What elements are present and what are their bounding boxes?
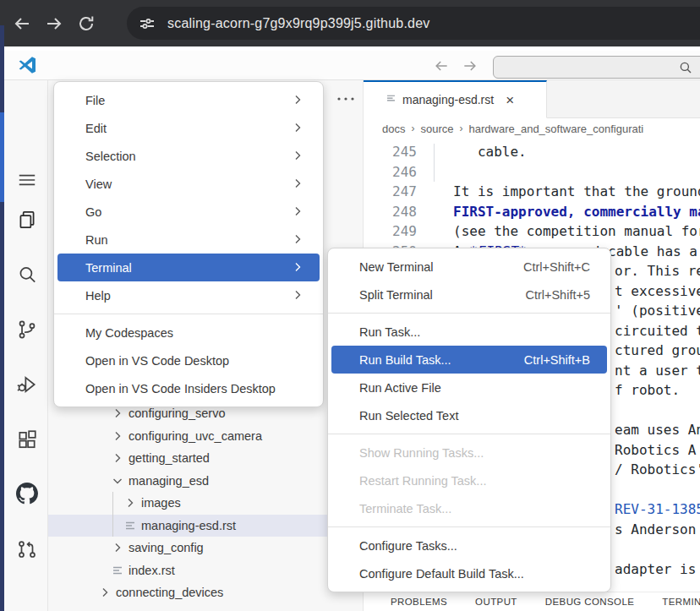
- tree-item-images[interactable]: images: [48, 492, 364, 515]
- menu-separator: [54, 314, 323, 314]
- file-icon: [386, 93, 396, 106]
- extensions-icon[interactable]: [16, 428, 38, 450]
- tree-item-managing-esd-rst[interactable]: managing-esd.rst: [48, 515, 364, 537]
- code-text: (see the competition manual for: [453, 221, 700, 242]
- line-number: 245: [364, 142, 417, 162]
- run-debug-icon[interactable]: [16, 374, 38, 396]
- back-icon[interactable]: [12, 14, 32, 34]
- menu-item-label: Selection: [85, 150, 136, 163]
- submenu-item-run-selected-text[interactable]: Run Selected Text: [331, 401, 607, 429]
- more-actions-ellipsis[interactable]: [336, 90, 356, 107]
- menu-item-file[interactable]: File: [57, 86, 320, 114]
- history-back-icon[interactable]: [433, 57, 450, 74]
- menu-item-open-in-vs-code-desktop[interactable]: Open in VS Code Desktop: [57, 346, 320, 374]
- panel-tab-bar: PROBLEMSOUTPUTDEBUG CONSOLETERMINAL: [364, 592, 700, 611]
- tree-item-label: saving_config: [129, 541, 204, 554]
- browser-toolbar: scaling-acorn-g7g9x9rq9p399j5.github.dev: [0, 0, 700, 46]
- tab-managing-esd[interactable]: managing-esd.rst ×: [364, 80, 547, 118]
- chevron-right-icon: [111, 429, 124, 443]
- code-line: 249(see the competition manual for: [364, 221, 700, 242]
- menu-item-view[interactable]: View: [57, 170, 320, 198]
- submenu-item-run-build-task[interactable]: Run Build Task...Ctrl+Shift+B: [331, 346, 607, 374]
- address-bar[interactable]: scaling-acorn-g7g9x9rq9p399j5.github.dev: [127, 7, 700, 40]
- tree-item-connecting-devices[interactable]: connecting_devices: [48, 581, 364, 604]
- panel-tab-debug-console[interactable]: DEBUG CONSOLE: [545, 597, 635, 607]
- explorer-icon[interactable]: [16, 209, 38, 231]
- submenu-item-configure-tasks[interactable]: Configure Tasks...: [331, 532, 607, 559]
- github-icon[interactable]: [16, 483, 38, 505]
- code-text: FIRST-approved, commercially ma: [453, 202, 700, 222]
- tree-item-managing-esd[interactable]: managing_esd: [48, 470, 364, 493]
- tree-item-saving-config[interactable]: saving_config: [48, 537, 364, 559]
- menu-item-label: Run Selected Text: [359, 409, 458, 423]
- menu-item-label: Help: [85, 289, 111, 303]
- menu-item-shortcut: Ctrl+Shift+5: [525, 288, 590, 302]
- panel-tab-terminal[interactable]: TERMINAL: [662, 597, 700, 607]
- tree-item-label: managing_esd: [129, 474, 209, 488]
- panel-tab-output[interactable]: OUTPUT: [475, 597, 517, 607]
- tree-item-label: managing-esd.rst: [141, 519, 236, 532]
- menu-item-label: Go: [85, 205, 101, 219]
- tune-icon[interactable]: [137, 14, 157, 34]
- file-tree: configuring_servoconfiguring_uvc_camerag…: [48, 402, 364, 604]
- command-search-input[interactable]: [493, 56, 700, 79]
- chevron-right-icon: [291, 205, 304, 218]
- close-icon[interactable]: ×: [506, 93, 514, 107]
- tree-item-label: images: [141, 496, 181, 510]
- vscode-logo: [17, 55, 37, 75]
- panel-tab-problems[interactable]: PROBLEMS: [391, 597, 447, 607]
- tree-item-index-rst[interactable]: index.rst: [48, 559, 364, 582]
- menu-item-my-codespaces[interactable]: My Codespaces: [57, 319, 320, 346]
- tree-item-getting-started[interactable]: getting_started: [48, 447, 364, 470]
- search-icon[interactable]: [16, 264, 38, 286]
- reload-icon[interactable]: [76, 14, 96, 34]
- menu-icon[interactable]: [16, 169, 38, 191]
- menu-item-label: Restart Running Task...: [359, 474, 486, 488]
- menu-item-label: Split Terminal: [359, 288, 433, 302]
- menu-separator: [328, 313, 610, 314]
- chevron-right-icon: [291, 121, 304, 134]
- line-number: 247: [364, 182, 417, 202]
- pull-request-icon[interactable]: [16, 538, 38, 560]
- menu-item-open-in-vs-code-insiders-desktop[interactable]: Open in VS Code Insiders Desktop: [57, 374, 320, 402]
- chevron-down-icon: [111, 474, 124, 488]
- menu-item-edit[interactable]: Edit: [57, 114, 320, 142]
- menu-item-label: Terminal: [85, 261, 132, 275]
- code-fragment: adapter is: [615, 559, 696, 580]
- breadcrumb-segment[interactable]: docs: [382, 123, 405, 135]
- menu-item-label: Configure Default Build Task...: [359, 567, 524, 581]
- chevron-right-icon: [123, 496, 137, 510]
- submenu-item-run-active-file[interactable]: Run Active File: [331, 374, 607, 401]
- tree-indent-guide: [112, 492, 113, 537]
- submenu-item-configure-default-build-task[interactable]: Configure Default Build Task...: [331, 559, 607, 587]
- source-control-icon[interactable]: [16, 319, 38, 341]
- code-fragment: t excessive: [615, 281, 700, 302]
- history-forward-icon[interactable]: [462, 57, 479, 74]
- submenu-item-new-terminal[interactable]: New TerminalCtrl+Shift+C: [331, 253, 607, 281]
- breadcrumb-segment[interactable]: hardware_and_software_configurati: [469, 123, 644, 135]
- menu-item-label: Open in VS Code Desktop: [85, 354, 229, 368]
- terminal-submenu: New TerminalCtrl+Shift+CSplit TerminalCt…: [327, 248, 611, 592]
- menu-item-go[interactable]: Go: [57, 198, 320, 226]
- tree-item-label: configuring_uvc_camera: [129, 429, 262, 443]
- submenu-item-show-running-tasks: Show Running Tasks...: [331, 439, 607, 466]
- code-fragment: / Robotics': [615, 460, 700, 480]
- chevron-right-icon: [291, 288, 304, 302]
- chevron-right-icon: [111, 451, 124, 465]
- breadcrumb[interactable]: docs›source›hardware_and_software_config…: [364, 118, 700, 139]
- menu-item-terminal[interactable]: Terminal: [57, 254, 320, 281]
- chevron-right-icon: [291, 260, 304, 274]
- file-icon: [123, 519, 137, 532]
- submenu-item-run-task[interactable]: Run Task...: [331, 318, 607, 346]
- code-fragment: REV-31-1385: [615, 499, 700, 520]
- breadcrumb-segment[interactable]: source: [420, 123, 453, 135]
- submenu-item-split-terminal[interactable]: Split TerminalCtrl+Shift+5: [331, 281, 607, 308]
- menu-item-shortcut: Ctrl+Shift+B: [524, 353, 590, 367]
- forward-icon[interactable]: [44, 14, 64, 34]
- code-fragment: or. This re: [615, 261, 700, 281]
- menu-item-selection[interactable]: Selection: [57, 142, 320, 170]
- chevron-right-icon: [291, 149, 304, 162]
- menu-item-help[interactable]: Help: [57, 281, 320, 309]
- menu-item-run[interactable]: Run: [57, 226, 320, 254]
- tree-item-configuring-uvc-camera[interactable]: configuring_uvc_camera: [48, 425, 364, 448]
